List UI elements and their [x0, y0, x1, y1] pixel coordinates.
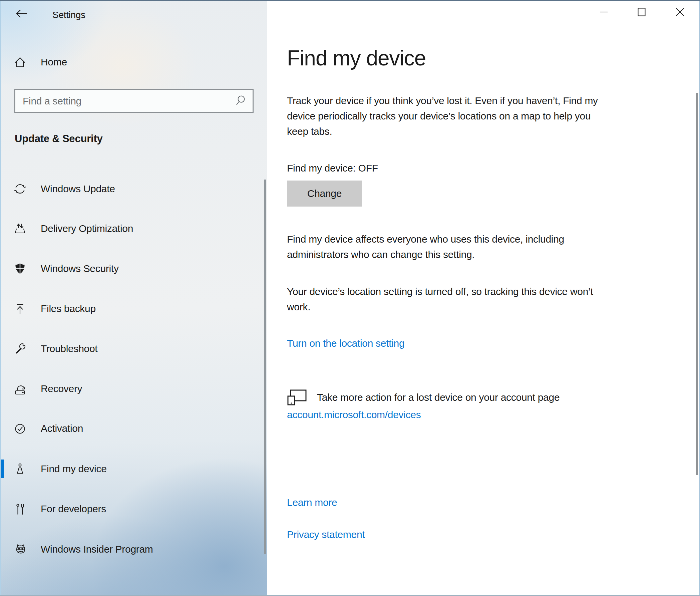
settings-window: Settings Home Update & Security	[0, 0, 700, 596]
location-off-paragraph: Your device’s location setting is turned…	[287, 284, 593, 315]
search-input[interactable]	[15, 95, 233, 107]
maximize-button[interactable]	[631, 3, 653, 23]
change-button[interactable]: Change	[287, 180, 362, 206]
page-title: Find my device	[287, 47, 426, 69]
for-developers-icon	[14, 502, 27, 516]
minimize-icon	[600, 8, 608, 18]
windows-security-icon	[14, 262, 27, 275]
sidebar-item-find-my-device[interactable]: Find my device	[0, 459, 265, 479]
activation-icon	[14, 422, 27, 435]
lost-device-text: Take more action for a lost device on yo…	[317, 390, 559, 405]
sidebar-item-windows-update[interactable]: Windows Update	[0, 179, 265, 199]
sidebar-scrollbar[interactable]	[264, 179, 266, 554]
app-title: Settings	[52, 9, 85, 21]
close-icon	[676, 8, 684, 18]
sidebar-item-label: Troubleshoot	[41, 343, 97, 354]
status-label: Find my device: OFF	[287, 160, 378, 176]
minimize-button[interactable]	[593, 3, 615, 23]
maximize-icon	[637, 8, 646, 18]
troubleshoot-icon	[14, 342, 27, 355]
close-button[interactable]	[669, 3, 691, 23]
sidebar-item-label: Windows Update	[41, 183, 115, 195]
sidebar-item-home[interactable]: Home	[14, 53, 67, 71]
back-arrow-icon	[15, 8, 28, 21]
sidebar-item-label: Delivery Optimization	[41, 223, 133, 234]
home-icon	[14, 55, 27, 69]
search-box	[14, 89, 254, 113]
sidebar-item-delivery-optimization[interactable]: Delivery Optimization	[0, 219, 265, 239]
find-my-device-icon	[14, 462, 27, 475]
sidebar-item-label: Windows Security	[41, 263, 119, 274]
windows-update-icon	[14, 182, 27, 196]
devices-icon	[287, 389, 308, 406]
sidebar-item-troubleshoot[interactable]: Troubleshoot	[0, 339, 265, 359]
sidebar-item-label: For developers	[41, 503, 106, 515]
privacy-statement-link[interactable]: Privacy statement	[287, 527, 365, 542]
account-devices-link[interactable]: account.microsoft.com/devices	[287, 407, 421, 422]
back-button[interactable]	[13, 7, 30, 21]
main-scrollbar[interactable]	[696, 93, 698, 475]
sidebar-item-recovery[interactable]: Recovery	[0, 379, 265, 399]
window-border-left	[0, 1, 1, 595]
lost-device-row: Take more action for a lost device on yo…	[287, 387, 559, 408]
sidebar-item-label: Recovery	[41, 383, 82, 394]
sidebar-item-label: Windows Insider Program	[41, 544, 153, 555]
windows-insider-icon	[14, 543, 27, 556]
search-icon[interactable]	[233, 95, 248, 108]
delivery-optimization-icon	[14, 222, 27, 235]
sidebar-item-label: Files backup	[41, 303, 96, 314]
sidebar-item-activation[interactable]: Activation	[0, 419, 265, 439]
selected-item-accent-bar	[1, 460, 4, 478]
section-heading: Update & Security	[15, 133, 103, 145]
sidebar-item-files-backup[interactable]: Files backup	[0, 299, 265, 319]
sidebar-item-windows-security[interactable]: Windows Security	[0, 258, 265, 279]
sidebar-item-windows-insider-program[interactable]: Windows Insider Program	[0, 539, 265, 559]
turn-on-location-link[interactable]: Turn on the location setting	[287, 336, 404, 351]
window-border-top	[0, 0, 700, 1]
files-backup-icon	[14, 302, 27, 315]
recovery-icon	[14, 382, 27, 395]
intro-paragraph: Track your device if you think you’ve lo…	[287, 93, 598, 139]
sidebar-item-for-developers[interactable]: For developers	[0, 499, 265, 519]
learn-more-link[interactable]: Learn more	[287, 495, 337, 510]
sidebar-item-label: Find my device	[41, 463, 107, 474]
sidebar-item-label: Home	[41, 56, 67, 68]
affects-paragraph: Find my device affects everyone who uses…	[287, 231, 564, 262]
sidebar-item-label: Activation	[41, 423, 83, 434]
